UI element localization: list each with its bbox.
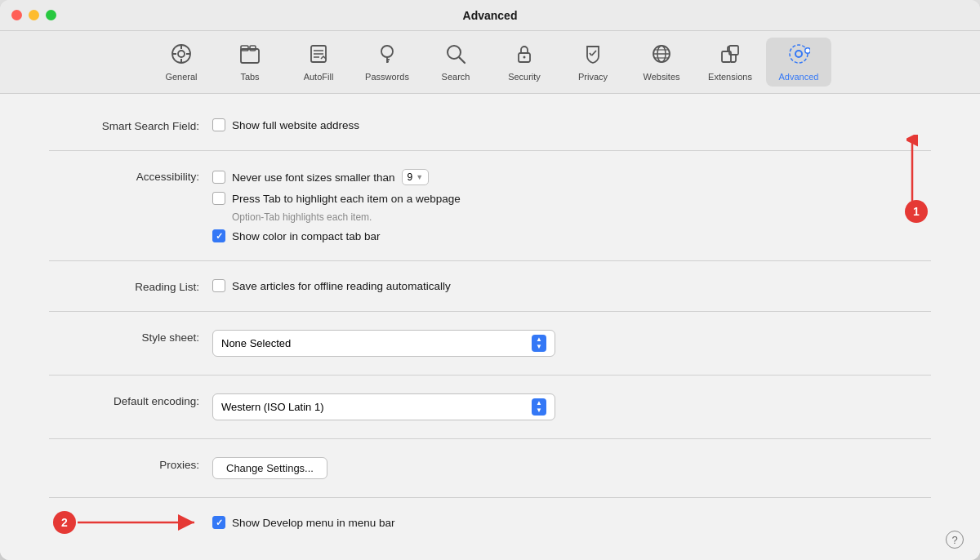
- default-encoding-select[interactable]: Western (ISO Latin 1) ▲ ▼: [212, 393, 555, 420]
- tab-security[interactable]: Security: [492, 38, 557, 87]
- develop-menu-label-text: Show Develop menu in menu bar: [232, 517, 395, 529]
- separator-5: [49, 438, 931, 439]
- settings-content: 1 1 Smart Search Field:: [0, 94, 980, 560]
- smart-search-row: Smart Search Field: Show full website ad…: [49, 118, 931, 132]
- title-bar: Advanced: [0, 0, 980, 31]
- help-button[interactable]: ?: [946, 531, 964, 549]
- tab-autofill[interactable]: AutoFill: [286, 38, 351, 87]
- offline-reading-row: Save articles for offline reading automa…: [212, 279, 931, 292]
- reading-list-label: Reading List:: [49, 279, 212, 293]
- tab-general[interactable]: General: [149, 38, 214, 87]
- tab-highlight-row: Press Tab to highlight each item on a we…: [212, 192, 931, 205]
- offline-reading-checkbox[interactable]: [212, 279, 225, 292]
- traffic-lights: [11, 10, 56, 20]
- svg-point-19: [523, 56, 526, 59]
- separator-6: [49, 497, 931, 498]
- tab-search[interactable]: Search: [423, 38, 488, 87]
- minimize-button[interactable]: [29, 10, 39, 20]
- proxies-row: Proxies: Change Settings...: [49, 457, 931, 479]
- svg-point-29: [795, 51, 802, 57]
- develop-menu-content: 2 Show Develop menu in: [212, 516, 931, 529]
- tab-passwords-label: Passwords: [365, 72, 409, 82]
- svg-point-30: [790, 45, 808, 63]
- tab-general-label: General: [165, 72, 197, 82]
- window-title: Advanced: [463, 9, 518, 22]
- default-encoding-label: Default encoding:: [49, 393, 212, 407]
- separator-4: [49, 375, 931, 376]
- develop-menu-checkbox[interactable]: [212, 516, 225, 529]
- websites-icon: [650, 42, 673, 69]
- toolbar: General Tabs Aut: [0, 31, 980, 94]
- maximize-button[interactable]: [46, 10, 56, 20]
- separator-2: [49, 260, 931, 261]
- arrow-down-2: ▼: [536, 407, 542, 414]
- tab-privacy-label: Privacy: [578, 72, 608, 82]
- reading-list-row: Reading List: Save articles for offline …: [49, 279, 931, 293]
- tab-extensions[interactable]: Extensions: [697, 38, 763, 87]
- color-tab-bar-label: Show color in compact tab bar: [232, 230, 381, 242]
- default-encoding-value: Western (ISO Latin 1): [221, 401, 323, 413]
- style-sheet-select[interactable]: None Selected ▲ ▼: [212, 330, 555, 357]
- accessibility-content: Never use font sizes smaller than 9 ▼ Pr…: [212, 169, 931, 242]
- tab-tabs[interactable]: Tabs: [217, 38, 283, 87]
- tab-advanced-label: Advanced: [779, 72, 819, 82]
- accessibility-row: Accessibility: Never use font sizes smal…: [49, 169, 931, 242]
- privacy-icon: [581, 42, 604, 69]
- style-sheet-label: Style sheet:: [49, 330, 212, 344]
- default-encoding-content: Western (ISO Latin 1) ▲ ▼: [212, 393, 931, 420]
- tab-passwords[interactable]: Passwords: [354, 38, 420, 87]
- default-encoding-row: Default encoding: Western (ISO Latin 1) …: [49, 393, 931, 420]
- arrow-up: ▲: [536, 336, 542, 343]
- font-size-value: 9: [408, 171, 413, 183]
- tabs-icon: [238, 42, 261, 69]
- security-icon: [513, 42, 536, 69]
- tab-search-label: Search: [442, 72, 470, 82]
- svg-point-32: [806, 49, 810, 53]
- svg-point-16: [448, 46, 461, 59]
- separator-3: [49, 311, 931, 312]
- tab-privacy[interactable]: Privacy: [560, 38, 626, 87]
- style-sheet-content: None Selected ▲ ▼: [212, 330, 931, 357]
- show-full-address-row: Show full website address: [212, 118, 931, 131]
- svg-line-17: [460, 58, 466, 64]
- tab-websites[interactable]: Websites: [629, 38, 694, 87]
- develop-menu-checkbox-row: 2 Show Develop menu in: [212, 516, 931, 529]
- change-settings-button[interactable]: Change Settings...: [212, 457, 327, 479]
- default-encoding-arrows: ▲ ▼: [532, 398, 546, 416]
- show-full-address-label: Show full website address: [232, 119, 359, 131]
- tab-extensions-label: Extensions: [708, 72, 752, 82]
- tab-security-label: Security: [508, 72, 541, 82]
- smart-search-label: Smart Search Field:: [49, 118, 212, 132]
- show-full-address-checkbox[interactable]: [212, 118, 225, 131]
- arrow-up-2: ▲: [536, 400, 542, 407]
- svg-line-21: [592, 51, 597, 56]
- separator-1: [49, 150, 931, 151]
- tab-advanced[interactable]: Advanced: [766, 38, 831, 87]
- passwords-icon: [376, 42, 399, 69]
- color-tab-bar-row: Show color in compact tab bar: [212, 229, 931, 242]
- tab-websites-label: Websites: [643, 72, 679, 82]
- arrow-down: ▼: [536, 344, 542, 350]
- font-size-chevron: ▼: [416, 173, 423, 181]
- tab-highlight-checkbox[interactable]: [212, 192, 225, 205]
- color-tab-bar-checkbox[interactable]: [212, 229, 225, 242]
- style-sheet-row: Style sheet: None Selected ▲ ▼: [49, 330, 931, 357]
- proxies-label: Proxies:: [49, 457, 212, 471]
- reading-list-content: Save articles for offline reading automa…: [212, 279, 931, 292]
- tab-highlight-label: Press Tab to highlight each item on a we…: [232, 193, 461, 205]
- style-sheet-value: None Selected: [221, 337, 291, 349]
- svg-point-1: [178, 51, 185, 57]
- font-size-row: Never use font sizes smaller than 9 ▼: [212, 169, 931, 185]
- tab-tabs-label: Tabs: [240, 72, 259, 82]
- annotation-arrow-1: [900, 94, 916, 102]
- font-size-dropdown[interactable]: 9 ▼: [402, 169, 430, 185]
- svg-rect-8: [250, 46, 256, 51]
- accessibility-label: Accessibility:: [49, 169, 212, 183]
- font-size-checkbox[interactable]: [212, 171, 225, 184]
- font-size-label: Never use font sizes smaller than: [232, 171, 395, 184]
- advanced-icon: [787, 42, 810, 69]
- offline-reading-label: Save articles for offline reading automa…: [232, 280, 451, 292]
- search-icon: [444, 42, 467, 69]
- close-button[interactable]: [11, 10, 22, 20]
- develop-menu-label: [49, 522, 212, 523]
